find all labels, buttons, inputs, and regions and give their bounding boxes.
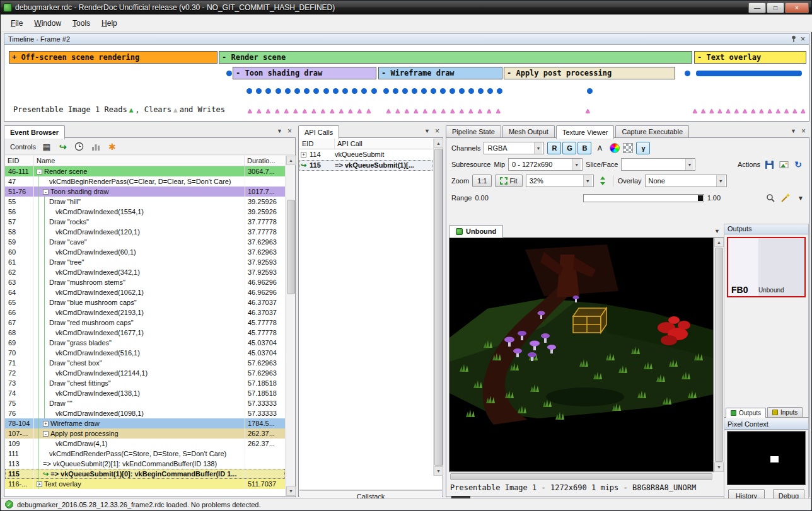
texture-hscrollbar[interactable]: [449, 472, 714, 481]
event-row[interactable]: 111vkCmdEndRenderPass(C=Store, D=Store, …: [5, 449, 285, 459]
event-row[interactable]: 59Draw "cave"37.62963: [5, 237, 285, 247]
fb0-thumbnail[interactable]: FB0 Unbound: [727, 237, 806, 297]
event-row[interactable]: 60vkCmdDrawIndexed(60,1)37.62963: [5, 247, 285, 257]
timeline-event-dot[interactable]: [497, 88, 502, 94]
expander-icon[interactable]: -: [37, 169, 42, 175]
timeline-event-dot[interactable]: [342, 88, 348, 94]
panel-close-icon[interactable]: ×: [287, 127, 292, 135]
event-row[interactable]: 55Draw "hill"39.25926: [5, 197, 285, 207]
export-image-icon[interactable]: [778, 159, 789, 170]
timeline-event-dot[interactable]: [361, 88, 367, 94]
timeline-event-dot[interactable]: [304, 88, 310, 94]
event-row[interactable]: 46-111-Render scene3064.7...: [5, 166, 285, 176]
event-browser-scrollbar[interactable]: ▲ ▼: [286, 156, 295, 496]
time-durations-icon[interactable]: [74, 141, 85, 152]
event-row[interactable]: 109vkCmdDraw(4,1)262.37...: [5, 439, 285, 449]
timeline-event-dot[interactable]: [412, 88, 417, 94]
panel-close-icon[interactable]: ×: [435, 127, 439, 135]
timeline-event-dot[interactable]: [450, 88, 455, 94]
browse-icon[interactable]: ▦: [41, 141, 52, 152]
toolbar-collapse-icon[interactable]: ▼: [798, 195, 804, 202]
event-row[interactable]: 116-...+Text overlay511.7037: [5, 479, 285, 489]
timeline-event-dot[interactable]: [256, 88, 262, 94]
timeline-event-dot[interactable]: [440, 88, 446, 94]
texture-tab-list-icon[interactable]: ▼: [714, 228, 724, 237]
event-row[interactable]: 70vkCmdDrawIndexed(516,1)45.03704: [5, 348, 285, 358]
timeline-event-dot[interactable]: [226, 71, 232, 76]
gamma-button[interactable]: γ: [636, 142, 650, 154]
timeline-event-dot[interactable]: [393, 88, 398, 94]
timeline-section-bar[interactable]: - Apply post processing: [504, 67, 675, 79]
tab-capture-executable[interactable]: Capture Executable: [615, 125, 689, 138]
zoom-dropdown[interactable]: 32%▼: [526, 175, 594, 187]
maximize-button[interactable]: □: [767, 3, 784, 13]
timeline-event-dot[interactable]: [294, 88, 300, 94]
scroll-up-icon[interactable]: ▲: [434, 139, 443, 148]
scroll-down-icon[interactable]: ▼: [286, 486, 296, 496]
tab-mesh-output[interactable]: Mesh Output: [502, 125, 555, 138]
range-slider-thumb[interactable]: [698, 195, 703, 201]
menu-item-help[interactable]: Help: [96, 16, 123, 30]
api-calls-scrollbar[interactable]: ▲ ▼: [433, 139, 443, 476]
texture-tab-unbound[interactable]: Unbound: [449, 225, 503, 238]
event-row[interactable]: 47vkCmdBeginRenderPass(C=Clear, D=Clear,…: [5, 176, 285, 187]
timeline-event-dot[interactable]: [487, 88, 493, 94]
tab-api-calls[interactable]: API Calls: [298, 125, 339, 139]
timeline-event-dot[interactable]: [246, 88, 252, 94]
event-row[interactable]: 71Draw "chest box"57.62963: [5, 358, 285, 368]
event-row[interactable]: 107-...-Apply post processing262.37...: [5, 428, 285, 439]
scroll-thumb[interactable]: [450, 473, 712, 480]
event-row[interactable]: 76vkCmdDrawIndexed(1098,1)57.33333: [5, 408, 285, 418]
timeline-section-bar[interactable]: - Wireframe draw: [378, 67, 502, 79]
timeline-section-bar[interactable]: + Off-screen scene rendering: [9, 51, 218, 64]
scroll-thumb[interactable]: [287, 200, 295, 294]
texture-viewport[interactable]: [449, 238, 714, 472]
menu-item-tools[interactable]: Tools: [67, 16, 96, 30]
timeline-event-dot[interactable]: [478, 88, 484, 94]
event-row[interactable]: 51-76-Toon shading draw1017.7...: [5, 187, 285, 197]
event-row[interactable]: 63Draw "mushroom stems"46.96296: [5, 277, 285, 287]
timeline-event-dot[interactable]: [352, 88, 357, 94]
timeline-event-dot[interactable]: [313, 88, 319, 94]
close-button[interactable]: ×: [785, 3, 809, 13]
event-row[interactable]: 56vkCmdDrawIndexed(1554,1)39.25926: [5, 207, 285, 217]
event-row[interactable]: 58vkCmdDrawIndexed(120,1)37.77778: [5, 227, 285, 237]
event-row[interactable]: 113=> vkQueueSubmit(2)[1]: vkEndCommandB…: [5, 459, 285, 469]
event-row[interactable]: 75Draw ""57.33333: [5, 398, 285, 408]
tab-inputs[interactable]: Inputs: [767, 407, 803, 417]
panel-menu-icon[interactable]: ▼: [424, 128, 430, 134]
range-slider[interactable]: [583, 194, 704, 202]
timeline-event-dot[interactable]: [265, 88, 271, 94]
event-row[interactable]: 57Draw "rocks"37.77778: [5, 217, 285, 227]
event-row[interactable]: 67Draw "red mushroom caps"45.77778: [5, 318, 285, 328]
scroll-down-icon[interactable]: ▼: [434, 466, 443, 476]
flip-y-icon[interactable]: [597, 175, 608, 187]
expander-icon[interactable]: -: [43, 431, 49, 437]
timeline-event-dot[interactable]: [468, 88, 474, 94]
event-row[interactable]: 65Draw "blue mushroom caps"46.37037: [5, 297, 285, 307]
panel-close-icon[interactable]: ×: [801, 127, 806, 135]
scroll-thumb[interactable]: [715, 248, 723, 462]
api-row[interactable]: +114vkQueueSubmit: [299, 149, 432, 160]
timeline-canvas[interactable]: Presentable Image 1 Reads▲, Clears▲and W…: [4, 45, 809, 122]
minimize-button[interactable]: —: [748, 3, 766, 13]
scroll-thumb[interactable]: [434, 149, 443, 466]
stats-icon[interactable]: [90, 141, 102, 152]
event-row[interactable]: 72vkCmdDrawIndexed(12144,1)57.62963: [5, 368, 285, 378]
event-row[interactable]: 62vkCmdDrawIndexed(342,1)37.92593: [5, 267, 285, 277]
timeline-event-dot[interactable]: [587, 88, 593, 94]
zoom-1to1-button[interactable]: 1:1: [472, 175, 492, 187]
sliceface-dropdown[interactable]: ▼: [621, 158, 695, 171]
timeline-section-bar[interactable]: - Toon shading draw: [233, 67, 376, 79]
fit-button[interactable]: Fit: [495, 175, 522, 187]
tab-texture-viewer[interactable]: Texture Viewer: [556, 125, 615, 139]
scroll-up-icon[interactable]: ▲: [714, 238, 724, 247]
timeline-event-dot[interactable]: [276, 88, 281, 94]
panel-menu-icon[interactable]: ▼: [277, 128, 282, 134]
save-icon[interactable]: [763, 159, 775, 170]
timeline-section-bar[interactable]: - Text overlay: [694, 51, 806, 64]
expander-icon[interactable]: -: [43, 189, 49, 195]
tab-outputs[interactable]: Outputs: [726, 408, 766, 418]
overlay-dropdown[interactable]: None▼: [645, 175, 727, 187]
event-row[interactable]: 66vkCmdDrawIndexed(2193,1)46.37037: [5, 307, 285, 318]
